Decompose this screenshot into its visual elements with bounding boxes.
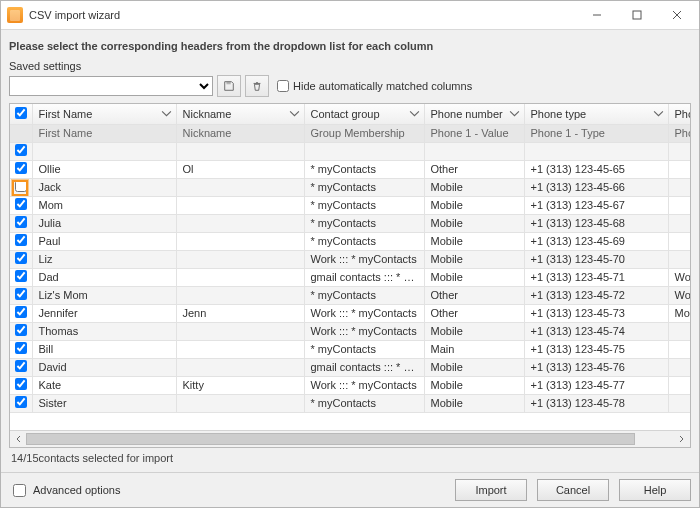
table-row: Bill* myContactsMain+1 (313) 123-45-75 — [10, 340, 690, 358]
row-checkbox-cell[interactable] — [10, 196, 32, 214]
row-checkbox[interactable] — [15, 234, 27, 246]
saved-settings-select[interactable] — [9, 76, 213, 96]
window-title: CSV import wizard — [29, 9, 577, 21]
row-checkbox[interactable] — [15, 306, 27, 318]
row-checkbox-cell[interactable] — [10, 394, 32, 412]
dialog-body: Please select the corresponding headers … — [1, 30, 699, 472]
cancel-button[interactable]: Cancel — [537, 479, 609, 501]
cell: Other — [424, 286, 524, 304]
cell — [176, 196, 304, 214]
advanced-options[interactable]: Advanced options — [9, 481, 120, 500]
save-settings-button[interactable] — [217, 75, 241, 97]
cell: * myContacts — [304, 232, 424, 250]
chevron-down-icon — [161, 108, 172, 121]
cell: +1 (313) 123-45-68 — [524, 214, 668, 232]
cell — [176, 268, 304, 286]
select-all-checkbox[interactable] — [15, 107, 27, 119]
row-checkbox[interactable] — [15, 396, 27, 408]
cell: * myContacts — [304, 196, 424, 214]
chevron-down-icon — [289, 108, 300, 121]
table-row: KateKittyWork ::: * myContactsMobile+1 (… — [10, 376, 690, 394]
cell: * myContacts — [304, 178, 424, 196]
row-checkbox[interactable] — [15, 288, 27, 300]
row-checkbox-cell[interactable] — [10, 214, 32, 232]
csv-import-wizard-window: CSV import wizard Please select the corr… — [0, 0, 700, 508]
cell: Mobile — [424, 268, 524, 286]
row-checkbox-cell[interactable] — [10, 304, 32, 322]
row-checkbox-cell[interactable] — [10, 268, 32, 286]
cell: * myContacts — [304, 286, 424, 304]
row-checkbox-cell[interactable] — [10, 250, 32, 268]
cell: Paul — [32, 232, 176, 250]
scrollbar-track[interactable] — [26, 433, 674, 445]
cell: +1 (313) 123-45-71 — [524, 268, 668, 286]
close-button[interactable] — [657, 1, 697, 29]
hide-matched-checkbox[interactable] — [277, 80, 289, 92]
column-header[interactable]: Phone number — [424, 104, 524, 124]
cell: Thomas — [32, 322, 176, 340]
cell — [176, 142, 304, 160]
column-header[interactable]: Contact group — [304, 104, 424, 124]
cell: Main — [424, 340, 524, 358]
column-header[interactable]: First Name — [32, 104, 176, 124]
row-checkbox[interactable] — [15, 144, 27, 156]
row-checkbox[interactable] — [15, 216, 27, 228]
row-checkbox-cell[interactable] — [10, 232, 32, 250]
row-checkbox[interactable] — [15, 252, 27, 264]
cell — [32, 142, 176, 160]
row-checkbox[interactable] — [15, 324, 27, 336]
scrollbar-thumb[interactable] — [26, 433, 635, 445]
cell — [424, 142, 524, 160]
cell: +1 (313) 123-45-73 — [524, 304, 668, 322]
saved-settings-row: Hide automatically matched columns — [9, 75, 691, 97]
mapping-cell: Phone 1 - Value — [424, 124, 524, 142]
cell — [176, 286, 304, 304]
column-header[interactable]: Phone type — [668, 104, 690, 124]
row-checkbox-cell[interactable] — [10, 160, 32, 178]
svg-rect-4 — [226, 82, 230, 85]
hide-matched-columns-option[interactable]: Hide automatically matched columns — [277, 80, 472, 92]
cell: Other — [424, 304, 524, 322]
scroll-right-button[interactable] — [674, 432, 688, 446]
delete-settings-button[interactable] — [245, 75, 269, 97]
cell: +1 (313) 123-45-65 — [524, 160, 668, 178]
row-checkbox-cell[interactable] — [10, 376, 32, 394]
row-checkbox-cell[interactable] — [10, 322, 32, 340]
row-checkbox[interactable] — [15, 270, 27, 282]
cell — [176, 358, 304, 376]
advanced-options-checkbox[interactable] — [13, 484, 26, 497]
row-checkbox[interactable] — [15, 162, 27, 174]
table-row: Liz's Mom* myContactsOther+1 (313) 123-4… — [10, 286, 690, 304]
row-checkbox[interactable] — [15, 180, 27, 192]
import-grid: First Name Nickname Contact group Phone … — [10, 104, 690, 430]
hide-matched-label: Hide automatically matched columns — [293, 80, 472, 92]
cell — [176, 250, 304, 268]
row-checkbox[interactable] — [15, 342, 27, 354]
scroll-left-button[interactable] — [12, 432, 26, 446]
saved-settings-label: Saved settings — [9, 60, 691, 72]
row-checkbox[interactable] — [15, 378, 27, 390]
row-checkbox-cell[interactable] — [10, 286, 32, 304]
cell: Mom — [32, 196, 176, 214]
table-row: Mom* myContactsMobile+1 (313) 123-45-67 — [10, 196, 690, 214]
horizontal-scrollbar[interactable] — [10, 430, 690, 447]
table-row — [10, 142, 690, 160]
cell: * myContacts — [304, 160, 424, 178]
table-row: Davidgmail contacts ::: * myCo...Mobile+… — [10, 358, 690, 376]
minimize-button[interactable] — [577, 1, 617, 29]
row-checkbox-cell[interactable] — [10, 358, 32, 376]
import-button[interactable]: Import — [455, 479, 527, 501]
maximize-button[interactable] — [617, 1, 657, 29]
trash-icon — [251, 80, 263, 92]
row-checkbox-cell[interactable] — [10, 178, 32, 196]
column-header[interactable]: Nickname — [176, 104, 304, 124]
cell: +1 (313) 123-45-74 — [524, 322, 668, 340]
column-header[interactable]: Phone type — [524, 104, 668, 124]
row-checkbox[interactable] — [15, 360, 27, 372]
row-checkbox[interactable] — [15, 198, 27, 210]
help-button[interactable]: Help — [619, 479, 691, 501]
cell — [668, 394, 690, 412]
row-checkbox-cell[interactable] — [10, 142, 32, 160]
select-all-header[interactable] — [10, 104, 32, 124]
row-checkbox-cell[interactable] — [10, 340, 32, 358]
